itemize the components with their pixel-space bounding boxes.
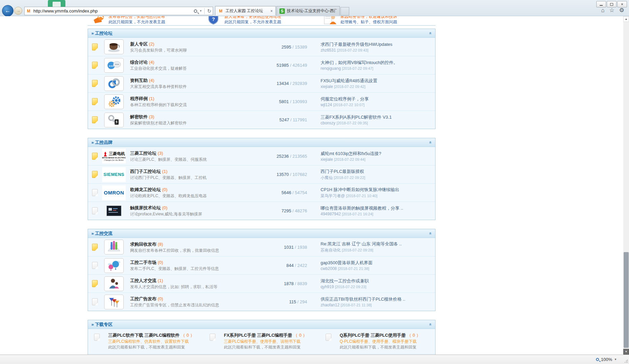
section-title[interactable]: » 工控交流 [91, 231, 113, 237]
topics-posts-count: 115 / 294 [265, 299, 321, 304]
favorites-star-icon[interactable]: ☆ [609, 7, 615, 14]
last-post-link[interactable]: 西门子PLC最新版授权 [321, 169, 435, 174]
last-post-author[interactable]: 494987942 [321, 212, 341, 216]
collapse-icon[interactable]: « [428, 32, 433, 34]
tab-active-forum[interactable]: M 工控人家园 工控论坛 × [215, 6, 276, 16]
zoom-control[interactable]: 100% ▼ [596, 357, 617, 362]
download-sub-link[interactable]: 三菱PLC编程软件、仿真软件、设置软件下载 [108, 339, 194, 344]
mitsubishi-logo: 三菱电机 MITSUBISHI ELECTRIC Changes for the… [102, 149, 126, 163]
zoom-caret-icon[interactable]: ▼ [614, 358, 617, 361]
vertical-scrollbar[interactable]: ▲ ▼ [623, 16, 629, 355]
last-post-link[interactable]: FX5U与威纶通R485通讯设置 [321, 78, 435, 84]
forum-row: 新人专区(2) 实习会员发贴升级，可灌水闲聊 2595 / 15389 求西门子… [88, 38, 435, 56]
last-post-link[interactable]: CP1H 脉冲中断后如何恢复脉冲继续输出 [321, 187, 435, 192]
announcement-item[interactable]: ? 新人请来看，更快熟悉使用论坛 此区只能回复，不允许发表主题 [204, 16, 320, 25]
last-post-author[interactable]: 菜鸟学习者@ [321, 193, 345, 198]
forum-link[interactable]: 综合讨论 [130, 60, 148, 65]
forum-row: 程序样例(1) 各种工控程序样例的下载和交流 5801 / 130993 伺服定… [88, 92, 435, 111]
forum-link[interactable]: 工控二手市场 [130, 260, 156, 265]
chat-clouds-icon [104, 58, 124, 73]
last-post-link[interactable]: 大神们，如何用VB编写Intouch的控件。 [321, 60, 435, 65]
last-post-time: [2018-07-21 21:38] [338, 267, 369, 271]
section-exchange: » 工控交流 « 求购回收发布(8) 网友自行发布各种工控回收，求购，批量回收信… [88, 229, 436, 311]
last-post-link[interactable]: Re:黑龙江 吉林 辽宁 山东 河南等全国各 .. [321, 241, 435, 247]
last-post-author[interactable]: qyh919 [321, 284, 334, 289]
search-icon[interactable] [194, 9, 197, 13]
last-post-author[interactable]: cbonszy [321, 121, 335, 125]
forum-link[interactable]: 工控广告发布 [130, 296, 156, 301]
last-post-link[interactable]: 威纶mt 6103ip怎样和fx5u连接? [321, 151, 435, 156]
announcement-item[interactable]: 家园站务管理，欢迎建议和投诉 处理账号、贴子、侵权方面问题 [320, 16, 436, 25]
last-post-author[interactable]: 小魔仙 [321, 175, 333, 180]
today-count: (4) [149, 60, 154, 65]
last-post-author[interactable]: renqiguang [321, 66, 341, 71]
last-post-author[interactable]: 苏南自动化 [321, 248, 341, 252]
scroll-up-icon[interactable]: ▲ [623, 16, 629, 22]
address-bar[interactable]: M http://www.ymmfa.com/index.php ▼ ↻ [24, 7, 213, 15]
collapse-icon[interactable]: « [428, 232, 433, 235]
last-post-author[interactable]: wjl124 [321, 102, 332, 107]
section-title[interactable]: » 工控论坛 [91, 30, 113, 36]
forum-link[interactable]: 新人专区 [130, 41, 148, 47]
section-title[interactable]: » 下载专区 [91, 322, 113, 328]
shield-question-icon: ? [208, 16, 221, 25]
admin-person-icon [324, 16, 337, 25]
tab-close-icon[interactable]: × [270, 9, 273, 13]
download-forum-link[interactable]: FX系列PLC手册 三菱PLC编程手册 [224, 333, 292, 338]
last-post-author[interactable]: zhaofan12 [321, 303, 339, 307]
download-forum-link[interactable]: 三菱PLC软件下载 三菱PLC编程软件 [108, 333, 180, 338]
forum-description: 网友自行发布各种工控回收，求购，批量回收信息 [130, 248, 265, 253]
announcements-band: 发布各种公告，奖励与惩罚宣布 此区只能回复，不允许发表主题 ? 新人请来看，更快… [88, 16, 436, 26]
announcement-line1: 新人请来看，更快熟悉使用论坛 [224, 16, 281, 19]
new-tab-button[interactable] [340, 7, 349, 16]
last-post-link[interactable]: 求西门子最新硬件升级包HWUpdates [321, 41, 435, 47]
last-post-link[interactable]: 三菱FX系列A系列PLC解密软件 V3.1 [321, 114, 435, 120]
last-post-link[interactable]: gap3500普洛菲斯人机界面 [321, 260, 435, 266]
forum-link[interactable]: 西门子工控论坛 [130, 169, 161, 174]
forum-link[interactable]: 工控人才交流 [130, 278, 156, 283]
scroll-down-icon[interactable]: ▼ [623, 349, 629, 355]
gears-icon [104, 94, 124, 109]
forum-link[interactable]: 求购回收发布 [130, 242, 156, 247]
scrollbar-thumb[interactable] [624, 252, 629, 348]
last-post-link[interactable]: 供应正品TBI导轨丝杆西门子PLC模块价格 .. [321, 296, 435, 302]
home-icon[interactable]: ⌂ [601, 7, 604, 14]
forum-link[interactable]: 欧姆龙工控论坛 [130, 187, 161, 192]
settings-gear-icon[interactable]: ⚙ [619, 7, 624, 14]
forum-link[interactable]: 解密软件 [130, 114, 148, 119]
section-title[interactable]: » 工控品牌 [91, 140, 113, 146]
last-post-link[interactable]: 哪位有普洛菲斯的触摸屏视频教程，分享 .. [321, 205, 435, 211]
forward-button[interactable]: → [14, 7, 22, 15]
collapse-icon[interactable]: « [428, 141, 433, 144]
forum-link[interactable]: 资料互助 [130, 78, 148, 83]
forum-link[interactable]: 触摸屏技术论坛 [130, 205, 161, 210]
download-sub-link[interactable]: Q-PLC编程手册、使用手册、模块手册下载 [340, 339, 421, 344]
balloons-icon [104, 258, 124, 273]
back-button[interactable]: ← [2, 5, 13, 17]
resize-grip[interactable] [624, 360, 628, 363]
announcement-item[interactable]: 发布各种公告，奖励与惩罚宣布 此区只能回复，不允许发表主题 [88, 16, 204, 25]
folder-new-icon [92, 43, 98, 51]
tab-siemens-forum[interactable]: S 技术论坛-工业支持中心-西门... [276, 6, 340, 16]
download-forum-link[interactable]: Q系列PLC手册 三菱PLC使用手册 [340, 333, 406, 338]
last-post-time: [2018-07-22 09:43] [337, 48, 368, 52]
forum-link[interactable]: 三菱工控论坛 [130, 151, 156, 156]
url-text[interactable]: http://www.ymmfa.com/index.php [33, 8, 194, 13]
forum-link[interactable]: 程序样例 [130, 96, 148, 101]
collapse-icon[interactable]: « [428, 323, 433, 326]
chevron-down-icon[interactable]: ▼ [200, 9, 202, 12]
last-post-link[interactable]: 湖北找一工控合作或兼职 [321, 278, 435, 284]
download-forum: 三菱PLC软件下载 三菱PLC编程软件（ 0 ） 三菱PLC编程软件、仿真软件、… [88, 332, 204, 350]
last-post-link[interactable]: 伺服定位程序例子，分享 [321, 96, 435, 102]
download-note: 此区只能看贴和下载，不能发表主题和回复 [224, 344, 307, 350]
last-post-author[interactable]: xiejiale [321, 84, 333, 89]
last-post-author[interactable]: zhz6531 [321, 48, 336, 53]
last-post-author[interactable]: cwb2008 [321, 266, 337, 271]
download-sub-link[interactable]: 三菱PLC编程手册、使用手册、说明书下载 [224, 339, 307, 344]
refresh-icon[interactable]: ↻ [207, 8, 211, 14]
divider [204, 8, 205, 14]
svg-text:?: ? [212, 16, 215, 22]
last-post-author[interactable]: xiejiale [321, 157, 333, 162]
last-post-time: [2018-07-21 11:38] [340, 303, 371, 307]
tab-label: 工控人家园 工控论坛 [226, 8, 268, 14]
